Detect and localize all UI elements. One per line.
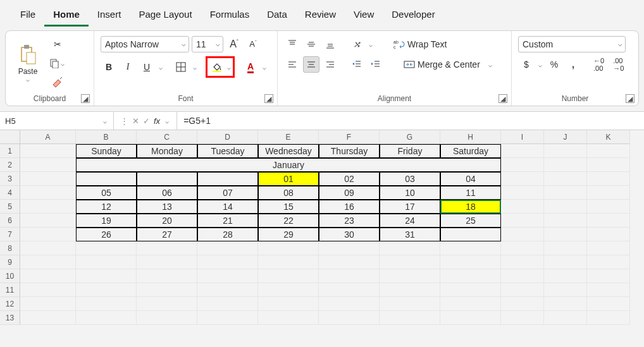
cell-E8[interactable] — [258, 241, 319, 255]
cell-E6[interactable]: 22 — [258, 214, 319, 228]
cell-J9[interactable] — [544, 255, 587, 269]
cell-K1[interactable] — [587, 144, 630, 158]
cell-I6[interactable] — [501, 214, 544, 228]
increase-indent-button[interactable] — [368, 56, 384, 73]
cell-C10[interactable] — [137, 269, 197, 283]
cell-G4[interactable]: 10 — [380, 186, 440, 200]
cell-F4[interactable]: 09 — [319, 186, 380, 200]
cell-G10[interactable] — [380, 269, 440, 283]
currency-button[interactable]: $ — [518, 56, 535, 73]
cell-I10[interactable] — [501, 269, 544, 283]
cell-H6[interactable]: 25 — [440, 214, 501, 228]
cell-C9[interactable] — [137, 255, 197, 269]
row-header-5[interactable]: 5 — [0, 200, 20, 214]
cell-J2[interactable] — [544, 158, 587, 172]
align-right-button[interactable] — [322, 56, 338, 73]
cell-D12[interactable] — [197, 297, 258, 311]
cell-B5[interactable]: 12 — [76, 200, 137, 214]
column-header-H[interactable]: H — [440, 130, 501, 144]
cell-F7[interactable]: 30 — [319, 228, 380, 241]
merge-dropdown[interactable]: ⌵ — [487, 61, 493, 68]
cell-H5[interactable]: 18 — [440, 200, 501, 214]
cell-E1[interactable]: Wednesday — [258, 144, 319, 158]
column-header-D[interactable]: D — [197, 130, 258, 144]
cell-J12[interactable] — [544, 297, 587, 311]
cell-A8[interactable] — [20, 241, 76, 255]
column-header-G[interactable]: G — [380, 130, 440, 144]
increase-decimal-button[interactable]: ←0.00 — [590, 56, 607, 73]
row-header-9[interactable]: 9 — [0, 255, 20, 269]
decrease-decimal-button[interactable]: .00→0 — [610, 56, 627, 73]
cell-K12[interactable] — [587, 297, 630, 311]
cell-I5[interactable] — [501, 200, 544, 214]
cell-I8[interactable] — [501, 241, 544, 255]
cell-K3[interactable] — [587, 172, 630, 186]
cell-G5[interactable]: 17 — [380, 200, 440, 214]
cell-B6[interactable]: 19 — [76, 214, 137, 228]
cell-J4[interactable] — [544, 186, 587, 200]
align-left-button[interactable] — [284, 56, 300, 73]
align-middle-button[interactable] — [303, 36, 319, 52]
name-box[interactable]: H5 ⌵ — [0, 112, 114, 130]
font-color-dropdown[interactable]: ⌵ — [261, 64, 268, 71]
tab-review[interactable]: Review — [296, 5, 345, 27]
row-header-12[interactable]: 12 — [0, 297, 20, 311]
cell-I4[interactable] — [501, 186, 544, 200]
cell-B9[interactable] — [76, 255, 137, 269]
cell-G8[interactable] — [380, 241, 440, 255]
cell-D7[interactable]: 28 — [197, 228, 258, 241]
cell-K10[interactable] — [587, 269, 630, 283]
orientation-dropdown[interactable]: ⌵ — [368, 41, 374, 48]
cell-J6[interactable] — [544, 214, 587, 228]
cell-D9[interactable] — [197, 255, 258, 269]
alignment-launcher[interactable]: ◢ — [498, 94, 507, 103]
cell-A3[interactable] — [20, 172, 76, 186]
cell-H13[interactable] — [440, 311, 501, 325]
orientation-button[interactable]: ⤭ — [349, 36, 365, 52]
cell-K7[interactable] — [587, 228, 630, 241]
tab-home[interactable]: Home — [44, 5, 89, 27]
cell-G6[interactable]: 24 — [380, 214, 440, 228]
cell-G12[interactable] — [380, 297, 440, 311]
select-all-corner[interactable] — [0, 130, 20, 144]
cancel-formula-button[interactable]: ✕ — [132, 116, 139, 126]
cell-G3[interactable]: 03 — [380, 172, 440, 186]
cell-I12[interactable] — [501, 297, 544, 311]
borders-button[interactable] — [173, 59, 189, 75]
cell-A6[interactable] — [20, 214, 76, 228]
cell-B7[interactable]: 26 — [76, 228, 137, 241]
cell-K6[interactable] — [587, 214, 630, 228]
row-header-7[interactable]: 7 — [0, 228, 20, 241]
fill-color-dropdown[interactable]: ⌵ — [226, 64, 232, 71]
cell-I1[interactable] — [501, 144, 544, 158]
increase-font-button[interactable]: Aˆ — [226, 36, 242, 52]
cell-B2[interactable]: January — [76, 158, 501, 172]
cell-H11[interactable] — [440, 283, 501, 297]
cell-G1[interactable]: Friday — [380, 144, 440, 158]
cell-F1[interactable]: Thursday — [319, 144, 380, 158]
cell-C8[interactable] — [137, 241, 197, 255]
align-bottom-button[interactable] — [322, 36, 338, 52]
cell-J5[interactable] — [544, 200, 587, 214]
cell-G11[interactable] — [380, 283, 440, 297]
cell-J3[interactable] — [544, 172, 587, 186]
cell-D11[interactable] — [197, 283, 258, 297]
font-name-select[interactable]: Aptos Narrow — [101, 36, 189, 52]
cell-E5[interactable]: 15 — [258, 200, 319, 214]
row-header-8[interactable]: 8 — [0, 241, 20, 255]
cell-G9[interactable] — [380, 255, 440, 269]
cell-F13[interactable] — [319, 311, 380, 325]
column-header-J[interactable]: J — [544, 130, 587, 144]
tab-file[interactable]: File — [11, 5, 44, 27]
cell-A12[interactable] — [20, 297, 76, 311]
row-header-1[interactable]: 1 — [0, 144, 20, 158]
row-header-13[interactable]: 13 — [0, 311, 20, 325]
cell-F3[interactable]: 02 — [319, 172, 380, 186]
column-header-I[interactable]: I — [501, 130, 544, 144]
cell-C4[interactable]: 06 — [137, 186, 197, 200]
font-color-button[interactable]: A — [242, 59, 259, 75]
cell-D8[interactable] — [197, 241, 258, 255]
merge-center-button[interactable]: Merge & Center — [399, 56, 485, 73]
format-painter-button[interactable] — [46, 74, 69, 90]
fill-color-button[interactable] — [208, 59, 226, 75]
